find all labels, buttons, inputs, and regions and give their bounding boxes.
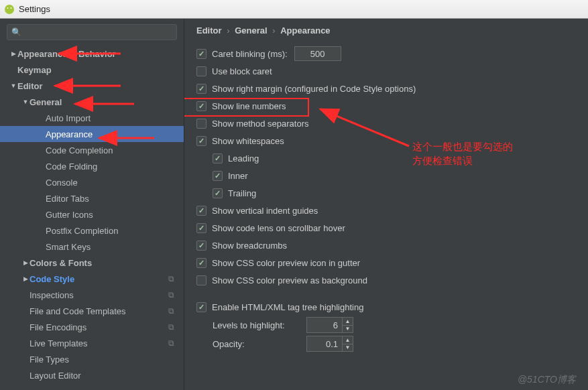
sidebar-item[interactable]: Layout Editor: [0, 367, 184, 383]
checkbox-icon[interactable]: [196, 101, 207, 111]
copy-icon: ⧉: [168, 322, 174, 332]
sidebar-item[interactable]: File Encodings⧉: [0, 319, 184, 335]
search-field[interactable]: [24, 27, 172, 38]
sidebar-item-label: File and Code Templates: [30, 306, 126, 316]
option-label: Show vertical indent guides: [212, 206, 318, 216]
settings-main: Editor › General › Appearance Caret blin…: [184, 19, 588, 390]
sidebar-item[interactable]: Code Folding: [0, 158, 184, 174]
settings-sidebar: 🔍 ▶Appearance & BehaviorKeymap▼Editor▼Ge…: [0, 19, 184, 390]
checkbox-icon[interactable]: [196, 241, 207, 251]
chevron-right-icon: ›: [272, 25, 275, 36]
sidebar-item-label: Appearance: [46, 129, 93, 139]
sidebar-item-label: File Encodings: [30, 322, 86, 332]
sidebar-item[interactable]: Console: [0, 174, 184, 190]
copy-icon: ⧉: [168, 274, 174, 283]
crumb: General: [235, 25, 267, 36]
sidebar-item[interactable]: Smart Keys: [0, 239, 184, 255]
option-label: Show CSS color preview as background: [212, 275, 367, 285]
sidebar-item-label: File Types: [30, 354, 69, 365]
option-input[interactable]: 500: [294, 46, 341, 61]
sidebar-item[interactable]: Auto Import: [0, 110, 184, 126]
checkbox-icon[interactable]: [196, 66, 207, 76]
option-label: Show right margin (configured in Code St…: [212, 84, 416, 94]
sidebar-item-label: Colors & Fonts: [30, 258, 92, 268]
options-list: Caret blinking (ms):500Use block caretSh…: [196, 45, 576, 289]
sidebar-item-label: Editor Tabs: [46, 194, 89, 204]
sidebar-item[interactable]: ▼General: [0, 94, 184, 110]
tree-arrow-icon: ▼: [21, 99, 30, 105]
opacity-row: Opacity: 0.1 ▲▼: [196, 334, 576, 353]
sidebar-item-label: Inspections: [30, 290, 74, 300]
sidebar-item-label: Live Templates: [30, 338, 87, 348]
copy-icon: ⧉: [168, 306, 174, 316]
sidebar-item[interactable]: Keymap: [0, 62, 184, 78]
checkbox-icon[interactable]: [213, 188, 223, 198]
option-row[interactable]: Show right margin (configured in Code St…: [196, 80, 576, 97]
sidebar-item[interactable]: ▼Editor: [0, 78, 184, 94]
option-row[interactable]: Trailing: [196, 184, 576, 202]
checkbox-icon[interactable]: [196, 302, 207, 312]
sidebar-item[interactable]: ▶Appearance & Behavior: [0, 46, 184, 62]
search-input[interactable]: 🔍: [7, 24, 177, 40]
sidebar-item[interactable]: Gutter Icons: [0, 206, 184, 222]
sidebar-item-label: Code Completion: [46, 145, 113, 155]
crumb: Appearance: [280, 25, 330, 36]
sidebar-item-label: Postfix Completion: [46, 226, 118, 236]
option-label: Show line numbers: [212, 101, 286, 111]
sidebar-item-label: Appearance & Behavior: [17, 49, 116, 59]
sidebar-item-label: Gutter Icons: [46, 210, 93, 220]
option-row[interactable]: Leading: [196, 149, 576, 167]
sidebar-item[interactable]: File Types: [0, 351, 184, 367]
sidebar-item[interactable]: Editor Tabs: [0, 190, 184, 206]
checkbox-icon[interactable]: [196, 206, 207, 216]
option-row[interactable]: Caret blinking (ms):500: [196, 45, 576, 62]
option-row[interactable]: Show CSS color preview icon in gutter: [196, 254, 576, 271]
option-row[interactable]: Show method separators: [196, 115, 576, 132]
sidebar-item-label: General: [30, 97, 62, 107]
spinner-down-icon[interactable]: ▼: [343, 326, 353, 333]
sidebar-item[interactable]: Live Templates⧉: [0, 335, 184, 351]
option-row[interactable]: Show line numbers: [196, 97, 576, 115]
sidebar-item-label: Console: [46, 178, 78, 188]
checkbox-icon[interactable]: [196, 119, 207, 129]
checkbox-icon[interactable]: [196, 136, 207, 146]
checkbox-icon[interactable]: [196, 84, 207, 94]
checkbox-icon[interactable]: [196, 49, 207, 59]
checkbox-icon[interactable]: [196, 223, 207, 233]
opacity-label: Opacity:: [213, 339, 300, 349]
option-label: Caret blinking (ms):: [212, 49, 288, 59]
option-row[interactable]: Show CSS color preview as background: [196, 271, 576, 289]
sidebar-item[interactable]: File and Code Templates⧉: [0, 303, 184, 319]
option-label: Use block caret: [212, 66, 272, 76]
opacity-spinner[interactable]: 0.1 ▲▼: [306, 336, 353, 352]
sidebar-item[interactable]: Postfix Completion: [0, 222, 184, 239]
option-row[interactable]: Show code lens on scrollbar hover: [196, 219, 576, 237]
spinner-up-icon[interactable]: ▲: [343, 318, 353, 326]
checkbox-icon[interactable]: [213, 153, 223, 164]
checkbox-icon[interactable]: [213, 171, 223, 181]
enable-tag-tree-row[interactable]: Enable HTML/XML tag tree highlighting: [196, 298, 576, 316]
sidebar-item[interactable]: Inspections⧉: [0, 287, 184, 303]
option-row[interactable]: Show breadcrumbs: [196, 237, 576, 254]
checkbox-icon[interactable]: [196, 275, 207, 285]
option-row[interactable]: Show whitespaces: [196, 132, 576, 149]
option-row[interactable]: Show vertical indent guides: [196, 202, 576, 219]
sidebar-item-label: Editor: [17, 81, 43, 91]
sidebar-item[interactable]: ▶Colors & Fonts: [0, 255, 184, 271]
sidebar-item[interactable]: Appearance: [0, 126, 184, 142]
checkbox-icon[interactable]: [196, 258, 207, 268]
sidebar-item[interactable]: Code Completion: [0, 142, 184, 158]
tree-arrow-icon: ▶: [9, 50, 17, 57]
spinner-up-icon[interactable]: ▲: [343, 336, 353, 344]
chevron-right-icon: ›: [227, 25, 229, 36]
option-row[interactable]: Inner: [196, 167, 576, 184]
window-titlebar: Settings: [0, 0, 588, 19]
option-label: Show CSS color preview icon in gutter: [212, 258, 360, 268]
option-row[interactable]: Use block caret: [196, 62, 576, 80]
sidebar-item[interactable]: ▶Code Style⧉: [0, 271, 184, 287]
option-label: Show method separators: [212, 119, 309, 129]
option-label: Show breadcrumbs: [212, 241, 287, 251]
levels-spinner[interactable]: 6 ▲▼: [306, 317, 353, 333]
option-label: Trailing: [228, 188, 256, 198]
spinner-down-icon[interactable]: ▼: [343, 344, 353, 352]
